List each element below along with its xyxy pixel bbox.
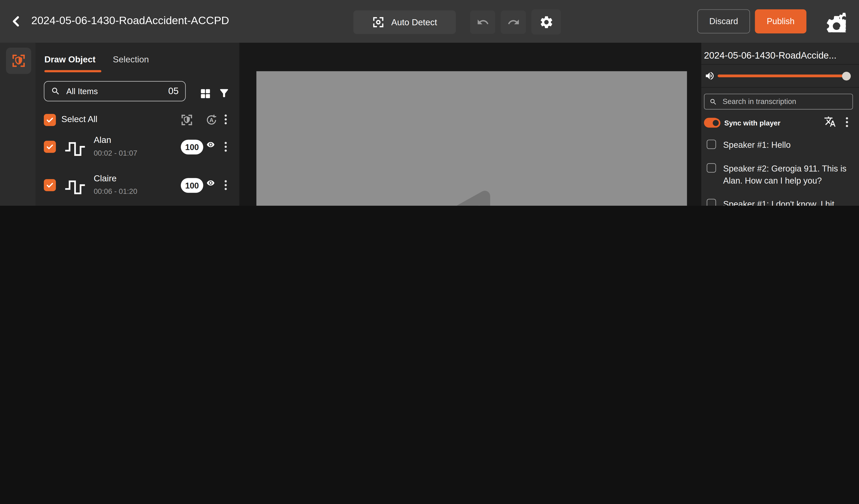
select-all-menu-button[interactable] — [225, 114, 227, 124]
tab-selection[interactable]: Selection — [113, 55, 149, 65]
video-player-canvas[interactable] — [256, 71, 687, 206]
filter-button[interactable] — [218, 87, 230, 99]
video-stage — [239, 43, 701, 206]
app-window: A 2024-05-06-1430-RoadAccident-ACCPD Aut… — [0, 0, 859, 206]
object-row[interactable]: Alan00:02 - 01:07100 — [35, 133, 239, 166]
object-name: Alan — [94, 135, 111, 145]
redaction-tool-tile[interactable] — [6, 48, 31, 74]
media-title: 2024-05-06-1430-RoadAccide... — [704, 50, 856, 61]
redact-all-button[interactable] — [180, 113, 194, 126]
translate-button[interactable] — [824, 116, 836, 128]
check-icon — [45, 181, 54, 189]
grid-icon — [199, 88, 212, 100]
sync-with-player-label: Sync with player — [724, 119, 780, 127]
double-gear-icon — [823, 11, 846, 32]
shield-scan-icon — [180, 113, 194, 126]
auto-detect-scan-icon — [372, 16, 385, 28]
auto-detect-label: Auto Detect — [391, 17, 437, 27]
confidence-badge: 100 — [181, 178, 203, 193]
back-button[interactable] — [7, 13, 24, 30]
auto-label-icon — [205, 113, 218, 126]
divider — [701, 87, 859, 88]
publish-button[interactable]: Publish — [755, 10, 807, 33]
services-gears-button[interactable] — [822, 10, 847, 33]
chevron-left-icon — [7, 13, 24, 30]
divider — [701, 64, 859, 65]
confidence-badge: 100 — [181, 140, 203, 154]
transcript-list: Speaker #1: HelloSpeaker #2: Gerogia 911… — [701, 139, 859, 206]
object-row[interactable]: Claire00:06 - 01:20100 — [35, 171, 239, 204]
tab-draw-object[interactable]: Draw Object — [44, 55, 95, 65]
grid-view-button[interactable] — [199, 88, 212, 100]
auto-label-button[interactable] — [205, 113, 218, 126]
audio-only-speaker-icon — [422, 184, 521, 206]
volume-slider-knob[interactable] — [842, 72, 851, 80]
search-icon — [709, 98, 717, 105]
gear-icon — [539, 15, 554, 29]
transcript-text: Speaker #2: Gerogia 911. This is Alan. H… — [723, 163, 855, 187]
transcript-checkbox[interactable] — [707, 163, 716, 173]
object-time-range: 00:06 - 01:20 — [94, 187, 137, 196]
active-tab-underline — [44, 70, 101, 72]
objects-count: 05 — [168, 86, 179, 96]
visibility-toggle[interactable] — [205, 142, 216, 150]
check-icon — [45, 142, 54, 151]
transcription-search-input[interactable] — [722, 97, 847, 106]
object-menu-button[interactable] — [225, 180, 227, 190]
transcript-row[interactable]: Speaker #1: I don't know. I hit somethin… — [701, 198, 859, 206]
select-all-row: Select All — [35, 113, 239, 127]
auto-detect-button[interactable]: Auto Detect — [353, 11, 456, 34]
object-name: Claire — [94, 174, 117, 184]
object-checkbox[interactable] — [44, 141, 56, 153]
redo-button[interactable] — [501, 11, 526, 34]
translate-icon — [824, 116, 836, 128]
volume-slider[interactable] — [718, 75, 848, 77]
object-time-range: 00:02 - 01:07 — [94, 149, 137, 157]
volume-icon — [704, 71, 715, 81]
transcription-menu-button[interactable] — [846, 117, 848, 127]
check-icon — [45, 116, 54, 124]
undo-button[interactable] — [470, 11, 495, 34]
transcript-row[interactable]: Speaker #1: Hello — [701, 139, 859, 151]
shield-scan-icon — [11, 53, 26, 68]
toggle-knob — [711, 118, 721, 127]
object-checkbox[interactable] — [44, 179, 56, 191]
select-all-label: Select All — [61, 114, 97, 124]
filter-icon — [218, 87, 230, 99]
undo-icon — [476, 16, 489, 28]
transcript-checkbox[interactable] — [707, 199, 716, 206]
sync-with-player-toggle[interactable] — [704, 118, 720, 128]
select-all-checkbox[interactable] — [44, 114, 56, 126]
settings-button[interactable] — [531, 10, 561, 35]
transcription-search-box[interactable] — [704, 94, 853, 110]
transcription-panel: 2024-05-06-1430-RoadAccide... Sync with … — [701, 43, 859, 206]
search-icon — [51, 87, 60, 96]
transcript-text: Speaker #1: Hello — [723, 139, 855, 151]
transcript-checkbox[interactable] — [707, 140, 716, 149]
top-bar: 2024-05-06-1430-RoadAccident-ACCPD Auto … — [0, 0, 859, 43]
pulse-wave-icon — [64, 140, 86, 158]
objects-search-input[interactable] — [65, 86, 164, 96]
pulse-wave-icon — [64, 178, 86, 197]
page-title: 2024-05-06-1430-RoadAccident-ACCPD — [31, 14, 229, 27]
visibility-toggle[interactable] — [205, 180, 216, 188]
objects-panel: Draw Object Selection 05 Select All — [35, 43, 239, 206]
redo-icon — [507, 16, 519, 28]
tool-rail — [0, 43, 35, 206]
transcript-text: Speaker #1: I don't know. I hit somethin… — [723, 198, 855, 206]
transcript-row[interactable]: Speaker #2: Gerogia 911. This is Alan. H… — [701, 163, 859, 187]
object-menu-button[interactable] — [225, 142, 227, 152]
objects-search-box[interactable]: 05 — [44, 81, 186, 102]
discard-button[interactable]: Discard — [697, 10, 750, 33]
